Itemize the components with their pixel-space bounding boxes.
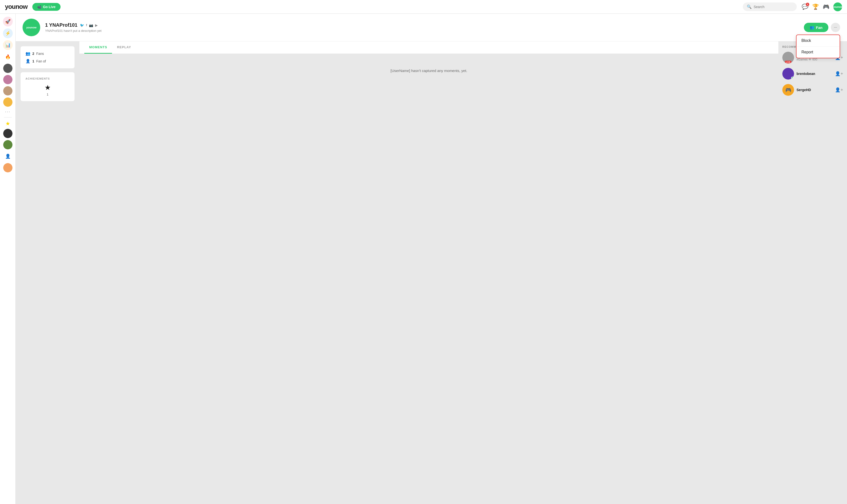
tab-moments[interactable]: MOMENTS: [84, 41, 112, 54]
fan-button[interactable]: 👥 Fan: [804, 23, 828, 32]
dropdown-menu: Block Report: [796, 35, 840, 58]
rec-avatar-sergehd: 🎮: [782, 84, 794, 96]
rec-avatar-jdaly: LIVE: [782, 52, 794, 64]
notifications-button[interactable]: 💬 1: [802, 4, 808, 10]
profile-avatar: younow: [22, 19, 40, 36]
fans-label: Fans: [36, 52, 44, 56]
tab-replay[interactable]: REPLAY: [112, 41, 136, 54]
more-options-button[interactable]: ···: [831, 23, 840, 32]
rec-avatar-brentobean: [782, 68, 794, 79]
main-content: younow 1 YNAProf101 🐦 f 📷 ▶ YNAProf101 h…: [16, 14, 847, 504]
notif-badge: 1: [806, 3, 809, 6]
fan-of-label: Fan of: [36, 59, 46, 63]
profile-name-row: 1 YNAProf101 🐦 f 📷 ▶: [45, 22, 799, 28]
rec-info-sergehd: SergeHD: [796, 88, 832, 92]
rec-item-brentobean[interactable]: brentobean 👤+: [782, 68, 843, 79]
tabs-bar: MOMENTS REPLAY: [80, 41, 778, 54]
sidebar-follow-icon[interactable]: 👤: [3, 151, 13, 161]
rec-sub-jdaly: #Games 👁 600: [796, 58, 832, 61]
layout: 🚀 ⚡ 📊 🔥 ··· ★ 👤: [0, 14, 847, 504]
rec-item-sergehd[interactable]: 🎮 SergeHD 👤+: [782, 84, 843, 96]
sidebar-item-lightning[interactable]: ⚡: [3, 29, 13, 38]
more-icon: ···: [834, 25, 837, 30]
sidebar-user-5[interactable]: [3, 129, 13, 138]
sidebar-user-4[interactable]: [3, 97, 13, 107]
sidebar-more-button[interactable]: ···: [5, 109, 11, 114]
sidebar-divider: [4, 117, 12, 118]
go-live-button[interactable]: 📹 Go Live: [32, 3, 60, 11]
stats-card: 👥 2 Fans 👤 1 Fan of: [21, 46, 74, 68]
logo: younow: [5, 3, 28, 11]
rec-name-brentobean: brentobean: [796, 72, 832, 76]
user-avatar[interactable]: younow: [833, 2, 842, 11]
online-dot: [791, 77, 794, 79]
sidebar-user-3[interactable]: [3, 86, 13, 95]
report-option[interactable]: Report: [796, 47, 840, 58]
profile-body: 👥 2 Fans 👤 1 Fan of ACHIEVEMENTS ★ 1: [16, 41, 847, 504]
fire-icon: 🔥: [5, 54, 11, 59]
achievements-card: ACHIEVEMENTS ★ 1: [21, 72, 74, 101]
facebook-icon[interactable]: f: [86, 23, 87, 27]
sidebar-star-icon[interactable]: ★: [5, 121, 10, 127]
fan-icon: 👥: [810, 25, 814, 30]
profile-username: 1 YNAProf101: [45, 22, 77, 28]
fans-icon: 👥: [25, 51, 30, 56]
sidebar-user-7[interactable]: [3, 163, 13, 173]
block-option[interactable]: Block: [796, 35, 840, 47]
sidebar-user-1[interactable]: [3, 64, 13, 73]
bar-chart-icon: 📊: [5, 42, 11, 48]
sidebar-item-fire[interactable]: 🔥: [3, 52, 13, 62]
profile-header: younow 1 YNAProf101 🐦 f 📷 ▶ YNAProf101 h…: [16, 14, 847, 41]
profile-description: YNAProf101 hasn't put a description yet: [45, 29, 799, 33]
search-input[interactable]: [754, 5, 793, 9]
right-panel: RECOMMENDED FOR YOU LIVE jdaly #Games 👁 …: [778, 41, 847, 504]
follow-brentobean-button[interactable]: 👤+: [835, 71, 843, 76]
achievement-item: ★ 1: [25, 84, 70, 96]
fan-of-icon: 👤: [25, 59, 30, 64]
twitter-icon[interactable]: 🐦: [80, 23, 84, 27]
fan-of-stat: 👤 1 Fan of: [25, 59, 70, 64]
follow-sergehd-button[interactable]: 👤+: [835, 87, 843, 93]
profile-info: 1 YNAProf101 🐦 f 📷 ▶ YNAProf101 hasn't p…: [45, 22, 799, 33]
fans-stat: 👥 2 Fans: [25, 51, 70, 56]
sidebar-item-rocket[interactable]: 🚀: [3, 17, 13, 26]
video-icon: 📹: [37, 5, 41, 9]
achievement-star-icon: ★: [45, 84, 51, 92]
search-icon: 🔍: [747, 4, 752, 9]
rec-info-brentobean: brentobean: [796, 72, 832, 76]
rec-name-sergehd: SergeHD: [796, 88, 832, 92]
search-bar: 🔍: [743, 2, 797, 11]
nav-icons: 💬 1 🏆 🎮 younow: [802, 2, 842, 11]
achievement-count: 1: [47, 93, 48, 96]
lightning-icon: ⚡: [5, 31, 11, 36]
moments-empty-message: [UserName] hasn't captured any moments, …: [80, 54, 778, 87]
fans-count: 2: [32, 52, 34, 56]
top-nav: younow 📹 Go Live 🔍 💬 1 🏆 🎮 younow: [0, 0, 847, 14]
sidebar: 🚀 ⚡ 📊 🔥 ··· ★ 👤: [0, 14, 16, 504]
rocket-icon: 🚀: [5, 19, 11, 24]
partner-button[interactable]: 🎮: [823, 4, 829, 10]
achievements-title: ACHIEVEMENTS: [25, 77, 70, 80]
youtube-icon[interactable]: ▶: [95, 23, 98, 27]
center-panel: MOMENTS REPLAY [UserName] hasn't capture…: [80, 41, 778, 504]
trophy-button[interactable]: 🏆: [812, 4, 819, 10]
profile-actions: 👥 Fan ··· Block Report: [804, 23, 840, 32]
live-badge: LIVE: [785, 61, 791, 64]
sidebar-item-charts[interactable]: 📊: [3, 40, 13, 50]
sidebar-user-2[interactable]: [3, 75, 13, 84]
instagram-icon[interactable]: 📷: [89, 23, 93, 27]
social-icons: 🐦 f 📷 ▶: [80, 23, 98, 27]
fan-of-count: 1: [32, 59, 34, 63]
sidebar-user-6[interactable]: [3, 140, 13, 149]
left-panel: 👥 2 Fans 👤 1 Fan of ACHIEVEMENTS ★ 1: [16, 41, 80, 504]
user-add-icon: 👤: [5, 154, 11, 159]
